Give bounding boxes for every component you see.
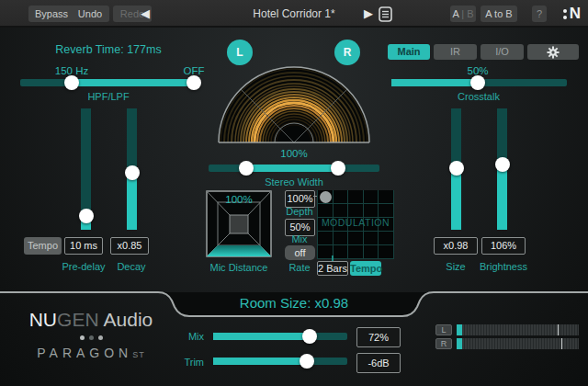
help-button[interactable]: ? xyxy=(532,6,547,22)
brightness-value-box[interactable]: 106% xyxy=(481,237,526,255)
preset-name[interactable]: Hotel Corridor 1* xyxy=(202,7,386,20)
trim-slider[interactable] xyxy=(213,358,347,365)
mod-depth-label: Depth xyxy=(281,206,318,217)
crosstalk-slider-fill xyxy=(391,79,478,86)
mod-tempo-toggle[interactable]: Tempo xyxy=(350,261,381,276)
brand-block: NUGENAudio PARAGONST xyxy=(22,309,160,360)
crosstalk-slider-thumb[interactable] xyxy=(470,75,485,90)
trim-slider-thumb[interactable] xyxy=(300,354,314,369)
size-value-box[interactable]: x0.98 xyxy=(434,237,478,255)
size-slider[interactable] xyxy=(451,108,461,230)
meter-right xyxy=(457,338,579,349)
nugen-logo[interactable]: N xyxy=(563,5,581,23)
solo-right-button[interactable]: R xyxy=(334,40,360,65)
crosstalk-slider[interactable] xyxy=(391,79,567,86)
size-slider-thumb[interactable] xyxy=(449,161,464,176)
hpf-lpf-slider-fill xyxy=(72,79,194,86)
preset-prev-icon[interactable]: ◀ xyxy=(141,5,150,23)
ab-toggle-button[interactable]: A | B xyxy=(450,6,476,22)
undo-button[interactable]: Undo xyxy=(71,6,109,22)
stereo-width-readout: 100% xyxy=(266,148,322,159)
modulation-xy-handle[interactable] xyxy=(320,191,332,203)
ab-active-label: A xyxy=(452,8,458,19)
stereo-width-label: Stereo Width xyxy=(248,176,340,187)
impulse-response-dome-visualization xyxy=(216,63,372,144)
meter-left-level xyxy=(457,324,462,335)
hpf-slider-thumb[interactable] xyxy=(64,75,79,90)
brand-dots-icon xyxy=(22,335,160,340)
brightness-slider[interactable] xyxy=(497,108,507,230)
reverb-time-readout: Reverb Time: 177ms xyxy=(35,43,182,56)
mix-slider[interactable] xyxy=(213,333,347,340)
mic-distance-label: Mic Distance xyxy=(202,262,276,273)
gear-icon xyxy=(547,46,560,59)
mix-slider-thumb[interactable] xyxy=(302,329,317,344)
meter-left-peak-tick xyxy=(558,324,559,335)
brightness-slider-fill xyxy=(497,165,507,230)
meter-right-level xyxy=(457,338,462,349)
brightness-label: Brightness xyxy=(472,261,535,272)
stereo-width-low-thumb[interactable] xyxy=(239,161,254,176)
decay-slider-fill xyxy=(127,173,137,230)
lpf-slider-thumb[interactable] xyxy=(187,75,201,90)
nugen-logo-letter: N xyxy=(570,5,581,23)
meter-right-label: R xyxy=(435,338,452,349)
mic-distance-readout: 100% xyxy=(206,194,272,205)
hpf-lpf-slider[interactable] xyxy=(20,79,200,86)
stereo-width-slider-fill xyxy=(246,165,338,172)
brightness-slider-thumb[interactable] xyxy=(495,157,510,172)
settings-gear-button[interactable] xyxy=(527,44,579,60)
decay-label: Decay xyxy=(104,261,159,272)
pre-delay-value-box[interactable]: 10 ms xyxy=(64,237,103,255)
a-to-b-button[interactable]: A to B xyxy=(481,6,517,22)
tab-ir[interactable]: IR xyxy=(434,44,477,60)
preset-next-icon[interactable]: ▶ xyxy=(364,5,373,23)
preset-list-icon[interactable] xyxy=(379,6,392,22)
brand-product-name: PARAGONST xyxy=(22,346,160,360)
stereo-width-high-thumb[interactable] xyxy=(331,161,345,176)
hpf-lpf-label: HPF/LPF xyxy=(62,91,154,102)
brand-nugen-audio: NUGENAudio xyxy=(22,309,160,331)
nugen-logo-dots-icon xyxy=(563,9,567,19)
stereo-width-slider[interactable] xyxy=(209,165,379,172)
meter-right-peak-tick xyxy=(561,338,562,349)
tab-io[interactable]: I/O xyxy=(481,44,524,60)
size-slider-fill xyxy=(451,168,461,230)
pre-delay-slider-thumb[interactable] xyxy=(79,209,94,223)
mod-rate-label: Rate xyxy=(281,262,318,273)
modulation-xy-pad[interactable]: MODULATION xyxy=(317,190,394,259)
mod-rate-value-box[interactable]: 2 Bars xyxy=(317,261,348,276)
ab-inactive-label: | B xyxy=(461,8,473,19)
meter-left xyxy=(457,324,579,335)
tab-main[interactable]: Main xyxy=(388,44,430,60)
modulation-watermark: MODULATION xyxy=(317,217,394,228)
mod-onoff-button[interactable]: off xyxy=(285,245,315,260)
decay-slider-thumb[interactable] xyxy=(125,165,140,180)
mod-mix-label: Mix xyxy=(281,233,318,244)
mix-label: Mix xyxy=(167,331,204,342)
paragon-plugin-window: Bypass Undo Redo ◀ Hotel Corridor 1* ▶ A… xyxy=(0,0,588,386)
crosstalk-label: Crosstalk xyxy=(433,91,525,102)
trim-slider-fill xyxy=(213,358,307,365)
trim-value-box[interactable]: -6dB xyxy=(356,353,401,373)
decay-value-box[interactable]: x0.85 xyxy=(110,237,149,255)
solo-left-button[interactable]: L xyxy=(227,40,253,65)
mix-value-box[interactable]: 72% xyxy=(356,327,401,347)
pre-delay-label: Pre-delay xyxy=(56,261,111,272)
trim-label: Trim xyxy=(167,357,204,368)
decay-slider[interactable] xyxy=(127,108,137,230)
top-toolbar: Bypass Undo Redo ◀ Hotel Corridor 1* ▶ A… xyxy=(0,0,588,28)
mix-slider-fill xyxy=(213,333,310,340)
bypass-button[interactable]: Bypass xyxy=(28,6,74,22)
predelay-tempo-button[interactable]: Tempo xyxy=(24,237,62,255)
pre-delay-slider[interactable] xyxy=(81,108,91,230)
room-size-readout: Room Size: x0.98 xyxy=(156,295,432,311)
meter-left-label: L xyxy=(435,324,452,335)
